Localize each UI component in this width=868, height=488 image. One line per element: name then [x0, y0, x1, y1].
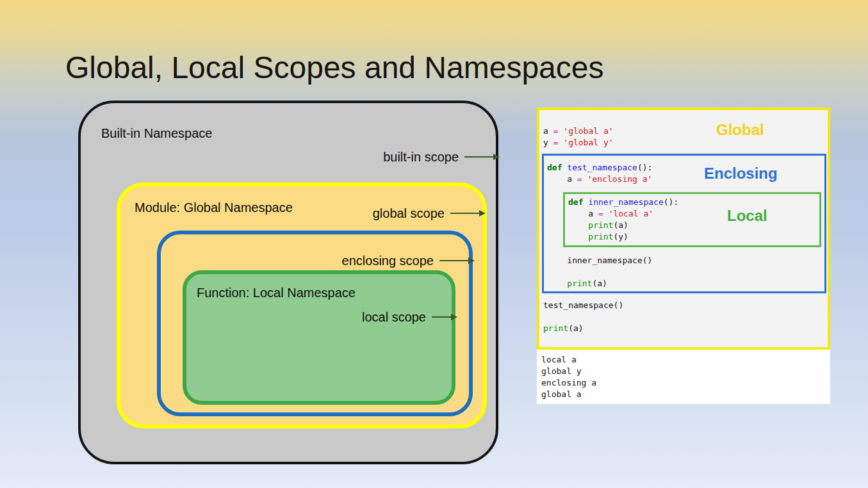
code-token: 'enclosing a' [587, 174, 653, 184]
enclosing-scope-label: enclosing scope [342, 254, 434, 268]
enclosing-code-box: def test_namespace(): a = 'enclosing a' … [542, 154, 826, 293]
code-line: global y [541, 366, 596, 377]
code-global-top: a = 'global a'y = 'global y' [543, 126, 614, 149]
builtin-scope-callout: built-in scope [383, 149, 500, 165]
code-line: test_namespace() [543, 300, 623, 311]
code-enclosing-post: inner_namespace() print(a) [547, 255, 652, 289]
code-token: global y [541, 366, 582, 376]
code-line: y = 'global y' [543, 137, 614, 149]
local-scope-callout: local scope [362, 309, 457, 325]
slide-title: Global, Local Scopes and Namespaces [65, 50, 604, 85]
code-line: a = 'global a' [543, 126, 614, 137]
code-token: print [588, 232, 613, 241]
code-token: y [543, 138, 553, 147]
code-token: (y) [613, 232, 628, 241]
code-line: a = 'enclosing a' [547, 174, 652, 185]
output-box: local aglobal yenclosing aglobal a [537, 350, 830, 404]
code-token: print [588, 220, 613, 230]
global-scope-callout: global scope [373, 205, 486, 222]
code-line: print(a) [543, 323, 623, 334]
code-output: local aglobal yenclosing aglobal a [541, 354, 596, 400]
code-token: (a) [592, 279, 607, 288]
code-line [543, 311, 623, 323]
code-token: = [553, 138, 564, 147]
code-token: a [543, 126, 553, 136]
code-token: def [547, 163, 567, 172]
code-token: enclosing a [541, 378, 596, 387]
code-token: (): [637, 163, 652, 172]
local-code-box: def inner_namespace(): a = 'local a' pri… [563, 192, 821, 247]
code-line: global a [541, 389, 596, 400]
code-token: test_namespace [567, 163, 637, 172]
enclosing-scope-callout: enclosing scope [342, 252, 475, 269]
code-token: = [553, 126, 564, 136]
code-line [547, 266, 652, 278]
arrow-right-icon [450, 209, 486, 217]
code-token: print [567, 279, 592, 288]
code-token: 'global a' [563, 126, 613, 136]
local-scope-label: local scope [362, 310, 426, 325]
code-token: test_namespace() [543, 300, 623, 310]
code-token: (): [664, 197, 678, 207]
code-token: (a) [613, 220, 628, 230]
code-token: global a [541, 389, 582, 399]
arrow-right-icon [432, 313, 457, 321]
enclosing-section-label: Enclosing [704, 165, 778, 183]
code-token: = [577, 174, 587, 184]
local-namespace-box: Function: Local Namespace [183, 270, 455, 405]
code-token [568, 220, 588, 230]
code-token: print [543, 323, 568, 333]
code-token: local a [541, 355, 577, 364]
arrow-right-icon [464, 153, 500, 161]
code-enclosing-pre: def test_namespace(): a = 'enclosing a' [547, 162, 652, 185]
code-line: def inner_namespace(): [568, 197, 678, 208]
code-token: a [568, 209, 598, 218]
code-token [547, 279, 567, 288]
global-scope-label: global scope [373, 206, 445, 221]
code-line: def test_namespace(): [547, 162, 652, 174]
global-namespace-label: Module: Global Namespace [135, 200, 293, 215]
local-namespace-label: Function: Local Namespace [197, 286, 356, 300]
slide: Global, Local Scopes and Namespaces Buil… [0, 0, 868, 488]
code-line: inner_namespace() [547, 255, 652, 266]
code-token: def [568, 197, 588, 207]
code-panel: a = 'global a'y = 'global y' Global def … [537, 108, 830, 350]
code-line: print(a) [568, 220, 678, 231]
code-token: (a) [568, 323, 583, 333]
code-token: 'global y' [563, 138, 613, 147]
code-token: = [598, 209, 609, 218]
code-token [568, 232, 588, 241]
code-token: inner_namespace() [547, 256, 652, 265]
builtin-namespace-label: Built-in Namespace [101, 126, 212, 141]
code-local-block: def inner_namespace(): a = 'local a' pri… [568, 197, 678, 243]
code-global-bottom: test_namespace() print(a) [543, 300, 623, 334]
global-section-label: Global [716, 121, 764, 139]
code-token: inner_namespace [588, 197, 663, 207]
code-line: local a [541, 354, 596, 366]
code-line: a = 'local a' [568, 208, 678, 220]
code-line: print(a) [547, 278, 652, 289]
arrow-right-icon [439, 257, 475, 264]
local-section-label: Local [727, 207, 767, 225]
code-line: print(y) [568, 231, 678, 243]
builtin-scope-label: built-in scope [383, 150, 459, 165]
code-token: 'local a' [609, 209, 653, 218]
code-line: enclosing a [541, 377, 596, 389]
code-token: a [547, 174, 577, 184]
